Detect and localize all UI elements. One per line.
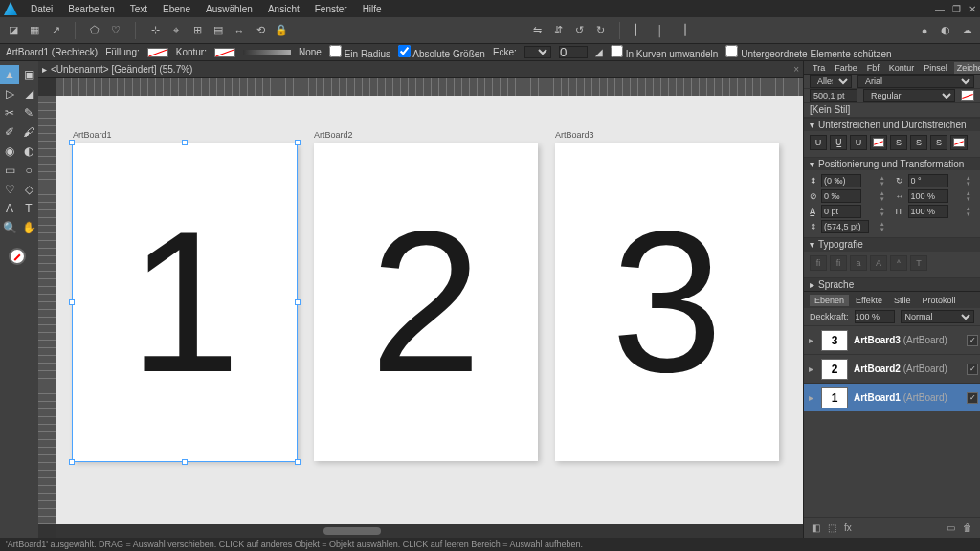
underline-color[interactable] [870, 135, 887, 150]
expand-icon[interactable]: ▸ [806, 364, 815, 374]
corner-type[interactable] [524, 46, 551, 58]
no-style[interactable]: [Kein Stil] [804, 103, 980, 117]
visibility-check[interactable]: ✓ [967, 392, 978, 404]
stepper[interactable]: ▴▾ [880, 175, 888, 187]
layer-item[interactable]: ▸ 2 ArtBoard2 (ArtBoard) ✓ [804, 354, 980, 383]
tab-history[interactable]: Protokoll [917, 295, 960, 306]
lock-icon[interactable]: 🔒 [274, 23, 289, 38]
tab-tra[interactable]: Tra [810, 62, 828, 74]
artboard-1[interactable]: ArtBoard1 1 [73, 143, 297, 461]
transparency-tool[interactable]: ◐ [19, 142, 38, 161]
rot-field[interactable] [908, 174, 948, 187]
fill-tool[interactable]: ◉ [0, 142, 19, 161]
snap5-icon[interactable]: ↔ [232, 23, 247, 38]
crop-tool[interactable]: ✂ [0, 103, 19, 122]
flip-h-icon[interactable]: ⇋ [529, 23, 545, 38]
opacity-value[interactable] [855, 310, 895, 323]
artboard-2[interactable]: ArtBoard2 2 [314, 143, 538, 461]
stepper[interactable]: ▴▾ [967, 206, 974, 217]
rotate-cw-icon[interactable]: ↻ [592, 23, 608, 38]
font-family[interactable]: Arial [858, 75, 974, 88]
typo-btn4[interactable]: A [870, 255, 887, 271]
assets-icon[interactable]: ● [917, 23, 932, 38]
section-position[interactable]: ▾ Positionierung und Transformation [804, 157, 980, 170]
section-language[interactable]: ▸ Sprache [804, 277, 980, 291]
pentagon-icon[interactable]: ⬠ [87, 23, 102, 38]
section-typography[interactable]: ▾ Typografie [804, 237, 980, 251]
frame-text-tool[interactable]: T [19, 199, 38, 218]
corner-icon[interactable]: ◢ [595, 47, 603, 57]
section-decoration[interactable]: ▾ Unterstreichen und Durchstreichen [804, 118, 980, 131]
vscale-field[interactable] [908, 205, 948, 218]
menu-layer[interactable]: Ebene [157, 2, 196, 16]
rect-tool[interactable]: ▭ [0, 161, 19, 180]
tab-effects[interactable]: Effekte [851, 295, 887, 306]
menu-view[interactable]: Ansicht [262, 2, 305, 16]
canvas[interactable]: ArtBoard1 1 ArtBoard2 2 ArtBoard3 3 [56, 96, 803, 524]
artboard-3[interactable]: ArtBoard3 3 [555, 143, 779, 461]
snap2-icon[interactable]: ⌖ [168, 23, 184, 38]
layer-item[interactable]: ▸ 1 ArtBoard1 (ArtBoard) ✓ [804, 383, 980, 411]
menu-window[interactable]: Fenster [309, 2, 353, 16]
stroke-swatch[interactable] [214, 48, 235, 57]
stroke-width-slider[interactable] [243, 50, 291, 55]
add-layer-icon[interactable]: ▭ [947, 522, 955, 533]
expand-icon[interactable]: ▸ [806, 335, 815, 345]
stepper[interactable]: ▴▾ [880, 221, 888, 232]
handle-tm[interactable] [182, 140, 188, 145]
pan-tool[interactable]: ✋ [19, 218, 38, 237]
ellipse-tool[interactable]: ○ [19, 161, 38, 180]
fill-swatch[interactable] [147, 48, 168, 57]
artboard-tool[interactable]: ▣ [19, 65, 38, 84]
pen-tool[interactable]: ✎ [19, 103, 38, 122]
hscale-field[interactable] [908, 189, 948, 203]
tab-layers[interactable]: Ebenen [810, 295, 849, 306]
visibility-check[interactable]: ✓ [967, 335, 978, 346]
font-filter[interactable]: Alles [810, 75, 852, 88]
single-radius-check[interactable]: Ein Radius [329, 45, 390, 59]
persona-export-icon[interactable]: ↗ [48, 23, 63, 38]
rotate-ccw-icon[interactable]: ↺ [571, 23, 587, 38]
typo-btn1[interactable]: fi [810, 255, 827, 271]
protect-children-check[interactable]: Untergeordnete Elemente schützen [725, 45, 891, 59]
stepper[interactable]: ▴▾ [880, 190, 888, 202]
leading-field[interactable] [821, 220, 869, 233]
flip-v-icon[interactable]: ⇵ [550, 23, 566, 38]
pencil-tool[interactable]: ✐ [0, 122, 19, 142]
menu-file[interactable]: Datei [25, 2, 58, 16]
stepper[interactable]: ▴▾ [967, 190, 974, 202]
zoom-tool[interactable]: 🔍 [0, 218, 19, 237]
absolute-sizes-check[interactable]: Absolute Größen [398, 45, 485, 59]
tab-close-icon[interactable]: × [793, 64, 799, 75]
menu-edit[interactable]: Bearbeiten [62, 2, 120, 16]
strike3-btn[interactable]: S [930, 135, 947, 150]
snap4-icon[interactable]: ▤ [211, 23, 226, 38]
close-icon[interactable]: ✕ [969, 4, 976, 14]
document-tab[interactable]: ▸<Unbenannt> [Geändert] (55.7%) [42, 64, 192, 75]
to-curves-check[interactable]: In Kurven umwandeln [611, 45, 719, 59]
menu-select[interactable]: Auswählen [200, 2, 258, 16]
ruler-horizontal[interactable] [56, 78, 803, 96]
scrollbar-thumb[interactable] [323, 527, 381, 535]
brush-tool[interactable]: 🖌 [19, 122, 38, 142]
tab-color[interactable]: Farbe [832, 62, 860, 74]
snap6-icon[interactable]: ⟲ [253, 23, 268, 38]
typo-btn5[interactable]: ᴬ [890, 255, 907, 271]
handle-br[interactable] [295, 459, 301, 465]
strike2-btn[interactable]: S [910, 135, 927, 150]
align-l-icon[interactable]: ▏ [632, 23, 647, 38]
fx-icon[interactable]: fx [844, 522, 852, 533]
snap-icon[interactable]: ⊹ [147, 23, 163, 38]
stepper[interactable]: ▴▾ [880, 206, 888, 217]
heart-tool[interactable]: ♡ [0, 180, 19, 199]
expand-icon[interactable]: ▸ [806, 392, 815, 403]
va-field[interactable] [821, 174, 861, 187]
blend-mode[interactable]: Normal [901, 310, 974, 323]
tab-fbf[interactable]: Fbf [864, 62, 882, 74]
strike-btn[interactable]: S [890, 135, 907, 150]
persona-designer-icon[interactable]: ◪ [6, 23, 21, 38]
move-tool[interactable]: ▲ [0, 65, 19, 84]
stepper[interactable]: ▴▾ [967, 175, 974, 187]
tab-stroke[interactable]: Kontur [886, 62, 918, 74]
underline2-btn[interactable]: U̲ [830, 135, 847, 150]
